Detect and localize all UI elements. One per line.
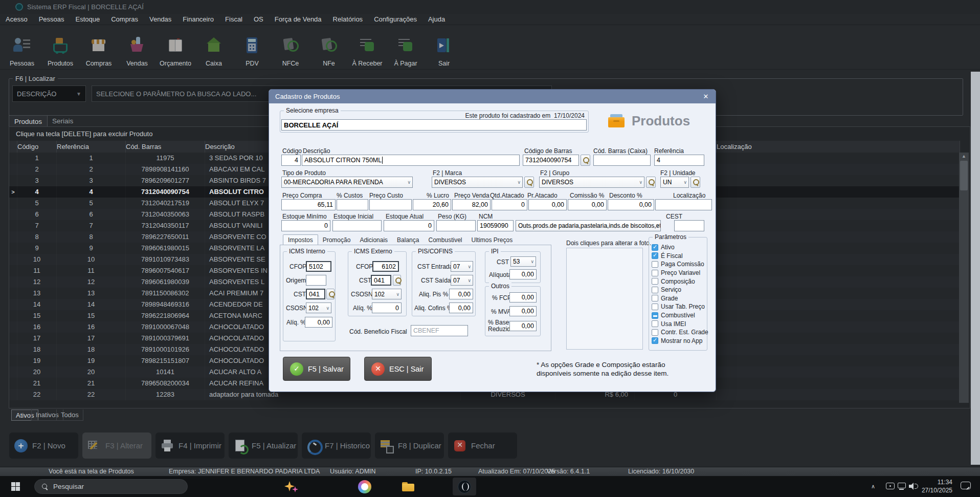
toolbar-button[interactable]: Pessoas bbox=[6, 25, 38, 69]
notifications-icon[interactable] bbox=[961, 482, 971, 489]
menu-item[interactable]: Financeiro bbox=[177, 15, 219, 23]
copilot-icon[interactable] bbox=[358, 480, 371, 493]
perc-lucro-input[interactable]: 20,60 bbox=[413, 199, 451, 210]
cod-barras-input[interactable]: 7312040090754 bbox=[523, 155, 579, 166]
menu-item[interactable]: OS bbox=[248, 15, 269, 23]
grupo-select[interactable]: DIVERSOS∨ bbox=[539, 177, 644, 188]
menu-item[interactable]: Relatórios bbox=[327, 15, 369, 23]
preco-custo-input[interactable] bbox=[369, 199, 412, 210]
preco-compra-input[interactable]: 65,11 bbox=[281, 199, 336, 210]
ipi-aliquota-input[interactable]: 0,00 bbox=[509, 269, 537, 279]
hidden-icons-chevron[interactable]: ∧ bbox=[871, 483, 875, 490]
scrollbar-thumb[interactable] bbox=[960, 161, 968, 190]
aliq-cofins-input[interactable]: 0,00 bbox=[449, 302, 473, 313]
menu-item[interactable]: Fiscal bbox=[219, 15, 248, 23]
icms-int-cst-input[interactable]: 041 bbox=[306, 289, 325, 299]
tipo-produto-select[interactable]: 00-MERCADORIA PARA REVENDA∨ bbox=[281, 177, 413, 188]
ncm-input[interactable]: 19059090 bbox=[477, 220, 514, 231]
checkbox[interactable] bbox=[652, 252, 658, 259]
base-reduzida-input[interactable]: 0,00 bbox=[509, 321, 537, 331]
column-header[interactable] bbox=[9, 141, 17, 153]
start-button[interactable] bbox=[11, 482, 20, 491]
localizacao-input[interactable] bbox=[655, 199, 712, 210]
checkbox[interactable] bbox=[652, 287, 658, 293]
desconto-input[interactable]: 0,00 bbox=[608, 199, 654, 210]
peso-input[interactable] bbox=[436, 220, 476, 231]
taskbar-clock[interactable]: 11:34 27/10/2025 bbox=[920, 478, 952, 494]
perc-custos-input[interactable] bbox=[337, 199, 368, 210]
checkbox[interactable] bbox=[652, 304, 658, 310]
scroll-up-icon[interactable]: ▲ bbox=[959, 154, 969, 159]
barcode-search-icon[interactable] bbox=[581, 155, 590, 166]
tax-tab[interactable]: Ultimos Preços bbox=[467, 234, 518, 245]
toolbar-button[interactable]: Vendas bbox=[121, 25, 153, 69]
mva-input[interactable]: 0,00 bbox=[509, 306, 537, 316]
erp-app-icon[interactable] bbox=[458, 480, 471, 493]
qtd-atacado-input[interactable]: 0 bbox=[492, 199, 527, 210]
tax-tab[interactable]: Impostos bbox=[283, 234, 318, 245]
checkbox[interactable] bbox=[652, 337, 658, 344]
checkbox[interactable] bbox=[652, 278, 658, 285]
windows-sparkle-icon[interactable] bbox=[284, 480, 298, 493]
file-explorer-icon[interactable] bbox=[402, 480, 415, 493]
menu-item[interactable]: Compras bbox=[105, 15, 144, 23]
estoque-minimo-input[interactable]: 0 bbox=[281, 220, 330, 231]
marca-search-icon[interactable] bbox=[524, 177, 534, 188]
action-button[interactable]: F5 | Atualizar bbox=[229, 433, 298, 459]
icms-int-csosn-select[interactable]: 102∨ bbox=[306, 302, 331, 313]
toolbar-button[interactable]: NFCe bbox=[274, 25, 307, 69]
estoque-inicial-input[interactable] bbox=[332, 220, 382, 231]
icms-ext-cst-input[interactable]: 041 bbox=[371, 275, 391, 286]
icms-int-cst-search-icon[interactable] bbox=[326, 289, 335, 299]
comissao-input[interactable]: 0,00 bbox=[568, 199, 607, 210]
menu-item[interactable]: Força de Venda bbox=[269, 15, 327, 23]
icms-ext-cst-search-icon[interactable] bbox=[393, 275, 401, 286]
toolbar-button[interactable]: PDV bbox=[236, 25, 269, 69]
icms-ext-csosn-select[interactable]: 102∨ bbox=[372, 289, 402, 299]
checkbox[interactable] bbox=[652, 320, 658, 327]
menu-item[interactable]: Estoque bbox=[70, 15, 106, 23]
icms-int-aliq-input[interactable]: 0,00 bbox=[305, 317, 332, 328]
window-edge-scrollbar[interactable] bbox=[971, 72, 980, 465]
search-field-select[interactable]: DESCRIÇÃO ▼ bbox=[12, 85, 86, 102]
checkbox[interactable] bbox=[652, 312, 658, 319]
icms-ext-cfop-input[interactable]: 6102 bbox=[372, 261, 399, 272]
toolbar-button[interactable]: À Receber bbox=[351, 25, 384, 69]
toolbar-button[interactable]: Orçamento bbox=[159, 25, 192, 69]
ipi-cst-select[interactable]: 53∨ bbox=[510, 256, 536, 267]
tax-tab[interactable]: Adicionais bbox=[355, 234, 392, 245]
checkbox[interactable] bbox=[652, 329, 658, 336]
action-button[interactable]: F8 | Duplicar bbox=[375, 433, 444, 459]
referencia-input[interactable]: 4 bbox=[654, 155, 704, 166]
exit-button[interactable]: ESC | Sair bbox=[364, 357, 432, 381]
marca-select[interactable]: DIVERSOS∨ bbox=[432, 177, 523, 188]
menu-item[interactable]: Ajuda bbox=[422, 15, 451, 23]
screen-share-icon[interactable] bbox=[886, 483, 895, 489]
column-header[interactable]: Referência bbox=[57, 141, 126, 153]
action-button[interactable]: F3 | Alterar bbox=[82, 433, 151, 459]
table-scrollbar[interactable]: ▲ bbox=[959, 153, 969, 403]
pis-saida-select[interactable]: 07∨ bbox=[451, 275, 473, 286]
tab-seriais[interactable]: Seriais bbox=[47, 115, 78, 127]
cod-barras-caixa-input[interactable] bbox=[593, 155, 651, 166]
pr-atacado-input[interactable]: 0,00 bbox=[528, 199, 567, 210]
column-header[interactable]: Cód. Barras bbox=[126, 141, 205, 153]
grupo-search-icon[interactable] bbox=[646, 177, 656, 188]
icms-ext-aliq-input[interactable]: 0 bbox=[372, 302, 402, 313]
icms-int-cfop-input[interactable]: 5102 bbox=[306, 261, 331, 272]
aliq-pis-input[interactable]: 0,00 bbox=[449, 289, 473, 299]
dialog-title-bar[interactable]: Cadastro de Produtos bbox=[269, 90, 716, 103]
action-button[interactable]: F2 | Novo bbox=[9, 433, 78, 459]
tax-tab[interactable]: Promoção bbox=[318, 234, 355, 245]
toolbar-button[interactable]: Produtos bbox=[44, 25, 77, 69]
product-photo-box[interactable] bbox=[566, 248, 643, 350]
preco-venda-input[interactable]: 82,00 bbox=[452, 199, 491, 210]
taskbar-search[interactable]: Pesquisar bbox=[34, 479, 188, 494]
tax-tab[interactable]: Combustivel bbox=[424, 234, 466, 245]
cest-input[interactable] bbox=[674, 220, 704, 231]
filter-tab-todos[interactable]: Todos bbox=[56, 409, 83, 421]
action-button[interactable]: Fechar bbox=[448, 433, 517, 459]
close-icon[interactable]: ✕ bbox=[701, 92, 710, 101]
column-header[interactable]: Localização bbox=[717, 141, 960, 153]
menu-item[interactable]: Configurações bbox=[368, 15, 422, 23]
